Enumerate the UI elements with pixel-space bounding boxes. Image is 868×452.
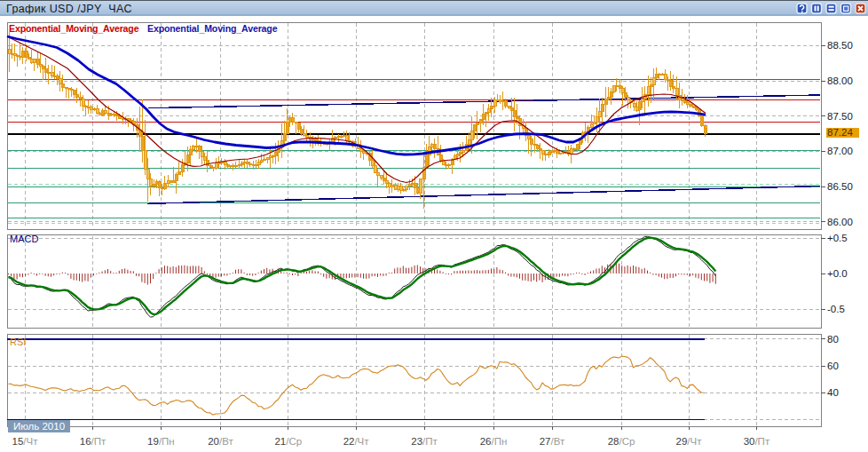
svg-text:+0.0: +0.0 xyxy=(827,268,848,279)
svg-text:87.00: 87.00 xyxy=(827,146,853,156)
svg-text:30/Пт: 30/Пт xyxy=(744,436,770,447)
svg-text:86.50: 86.50 xyxy=(827,181,853,192)
svg-text:23/Пт: 23/Пт xyxy=(411,436,438,447)
svg-text:19/Пн: 19/Пн xyxy=(147,436,175,447)
svg-text:88.00: 88.00 xyxy=(827,75,853,86)
svg-text:Июль 2010: Июль 2010 xyxy=(13,421,65,432)
svg-text:Exponential_Moving_Average: Exponential_Moving_Average xyxy=(9,23,139,34)
svg-text:60: 60 xyxy=(827,361,839,371)
svg-text:86.00: 86.00 xyxy=(827,217,853,227)
svg-text:22/Чт: 22/Чт xyxy=(343,436,370,447)
svg-text:RSI: RSI xyxy=(10,337,26,347)
svg-text:21/Ср: 21/Ср xyxy=(274,436,302,447)
svg-text:80: 80 xyxy=(827,334,839,345)
svg-text:27/Вт: 27/Вт xyxy=(540,436,565,447)
svg-text:29/Чт: 29/Чт xyxy=(676,436,703,447)
svg-text:20/Вт: 20/Вт xyxy=(208,436,233,447)
svg-text:16/Пт: 16/Пт xyxy=(80,436,107,447)
svg-text:88.50: 88.50 xyxy=(827,40,853,51)
svg-text:87.24: 87.24 xyxy=(827,127,853,138)
svg-text:26/Пн: 26/Пн xyxy=(480,436,508,447)
svg-text:40: 40 xyxy=(827,387,839,398)
svg-text:87.50: 87.50 xyxy=(827,111,853,122)
svg-text:28/Ср: 28/Ср xyxy=(608,436,635,447)
svg-text:+0.5: +0.5 xyxy=(827,233,848,243)
svg-text:15/Чт: 15/Чт xyxy=(12,436,39,447)
svg-text:MACD: MACD xyxy=(10,234,38,244)
svg-text:-0.5: -0.5 xyxy=(827,304,845,314)
svg-text:Exponential_Moving_Average: Exponential_Moving_Average xyxy=(147,23,278,34)
